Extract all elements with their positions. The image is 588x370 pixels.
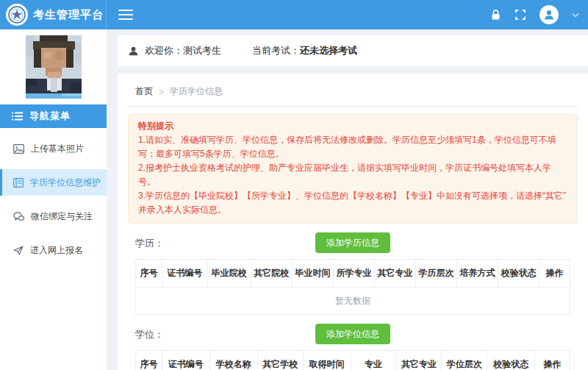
sidebar-item-label: 进入网上报名 xyxy=(30,244,83,257)
nav-menu-header: 导航菜单 xyxy=(0,104,107,128)
column-header: 学历层次 xyxy=(416,260,457,288)
column-header: 序号 xyxy=(136,260,162,288)
list-icon xyxy=(12,112,23,121)
column-header: 序号 xyxy=(136,351,162,370)
alert-line: 2.报考护士执业资格考试的护理、助产专业应届毕业生，请据实填写毕业时间，学历证书… xyxy=(138,161,567,189)
column-header: 其它学校 xyxy=(257,351,303,370)
education-label: 学历： xyxy=(135,237,164,250)
special-notice-alert: 特别提示 1.请如实、准确填写学历、学位信息，保存后将无法修改或删除。学历信息至… xyxy=(128,114,578,224)
column-header: 专业 xyxy=(351,351,396,370)
column-header: 证书编号 xyxy=(162,351,209,370)
lock-icon[interactable] xyxy=(490,9,501,21)
sidebar-item-label: 学历学位信息维护 xyxy=(30,177,101,189)
degree-section-header: 学位： 添加学位信息 xyxy=(135,324,570,346)
content-panel: 首页 > 学历学位信息 特别提示 1.请如实、准确填写学历、学位信息，保存后将无… xyxy=(118,74,588,370)
column-header: 培养方式 xyxy=(457,260,498,288)
nav-menu-title: 导航菜单 xyxy=(29,110,71,123)
column-header: 学校名称 xyxy=(209,351,257,370)
degree-label: 学位： xyxy=(135,328,164,341)
sidebar-item-upload-photo[interactable]: 上传基本照片 xyxy=(0,135,107,162)
add-degree-button[interactable]: 添加学位信息 xyxy=(315,324,390,344)
sidebar-menu: 上传基本照片 学历学位信息维护 微信绑定与关注 xyxy=(0,135,107,271)
chevron-down-icon[interactable] xyxy=(572,13,579,18)
user-avatar[interactable] xyxy=(539,5,559,24)
app-title: 考生管理平台 xyxy=(33,8,104,22)
wechat-icon xyxy=(13,212,24,221)
column-header: 所学专业 xyxy=(333,260,374,288)
column-header: 毕业院校 xyxy=(207,260,251,288)
current-exam: 当前考试：还未选择考试 xyxy=(252,44,357,57)
breadcrumb-separator: > xyxy=(159,87,164,97)
current-exam-value: 还未选择考试 xyxy=(300,44,357,57)
sidebar-item-label: 上传基本照片 xyxy=(31,143,84,155)
book-icon xyxy=(13,178,24,188)
menu-toggle-icon[interactable] xyxy=(118,10,133,20)
topbar-right xyxy=(490,5,588,24)
send-icon xyxy=(13,246,24,255)
column-header: 校验状态 xyxy=(498,260,539,288)
sidebar-item-education-info[interactable]: 学历学位信息维护 xyxy=(0,169,107,196)
education-table: 序号 证书编号 毕业院校 其它院校 毕业时间 所学专业 其它专业 学历层次 培养… xyxy=(135,259,570,315)
education-table-header-row: 序号 证书编号 毕业院校 其它院校 毕业时间 所学专业 其它专业 学历层次 培养… xyxy=(136,260,570,288)
alert-line: 1.请如实、准确填写学历、学位信息，保存后将无法修改或删除。学历信息至少须填写1… xyxy=(138,133,567,161)
column-header: 操作 xyxy=(539,260,570,288)
column-header: 证书编号 xyxy=(162,260,207,288)
column-header: 操作 xyxy=(535,351,570,370)
welcome-bar: 欢迎你：测试考生 当前考试：还未选择考试 xyxy=(118,35,588,66)
column-header: 毕业时间 xyxy=(292,260,333,288)
image-icon xyxy=(13,144,24,154)
app-logo-icon xyxy=(6,4,28,26)
column-header: 其它专业 xyxy=(396,351,442,370)
breadcrumb-home[interactable]: 首页 xyxy=(135,85,153,98)
fullscreen-icon[interactable] xyxy=(514,9,526,21)
user-icon xyxy=(128,46,139,57)
add-education-button[interactable]: 添加学历信息 xyxy=(315,232,390,253)
sidebar-item-label: 微信绑定与关注 xyxy=(31,210,93,223)
column-header: 取得时间 xyxy=(303,351,351,370)
education-section-header: 学历： 添加学历信息 xyxy=(135,232,570,255)
main-content: 欢迎你：测试考生 当前考试：还未选择考试 首页 > 学历学位信息 特别提示 1.… xyxy=(118,29,588,370)
breadcrumb-current: 学历学位信息 xyxy=(170,85,223,98)
topbar: 考生管理平台 xyxy=(0,0,588,29)
alert-line: 3.学历信息的【毕业院校】【所学专业】、学位信息的【学校名称】【专业】中如没有可… xyxy=(138,189,567,217)
column-header: 其它专业 xyxy=(374,260,415,288)
sidebar-item-online-signup[interactable]: 进入网上报名 xyxy=(0,237,107,263)
column-header: 学位层次 xyxy=(442,351,487,370)
degree-table: 序号 证书编号 学校名称 其它学校 取得时间 专业 其它专业 学位层次 校验状态… xyxy=(135,350,570,370)
degree-table-header-row: 序号 证书编号 学校名称 其它学校 取得时间 专业 其它专业 学位层次 校验状态… xyxy=(136,351,570,370)
sidebar: 导航菜单 上传基本照片 学历学位信息维护 xyxy=(0,29,107,370)
sidebar-item-wechat-bind[interactable]: 微信绑定与关注 xyxy=(0,203,107,230)
education-empty-text: 暂无数据 xyxy=(136,288,570,314)
welcome-greeting: 欢迎你：测试考生 xyxy=(145,44,221,57)
app-logo-area: 考生管理平台 xyxy=(0,0,107,29)
column-header: 其它院校 xyxy=(251,260,292,288)
column-header: 校验状态 xyxy=(487,351,535,370)
alert-title: 特别提示 xyxy=(138,119,567,133)
breadcrumb: 首页 > 学历学位信息 xyxy=(126,79,579,107)
student-photo xyxy=(26,35,82,99)
